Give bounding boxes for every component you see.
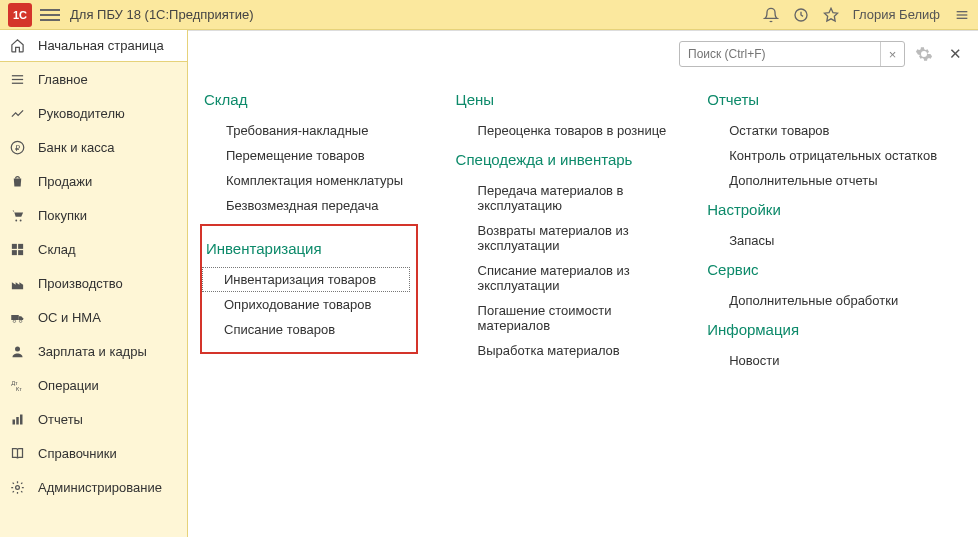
svg-point-17 xyxy=(13,320,16,323)
boxes-icon xyxy=(10,242,28,257)
sidebar-item-6[interactable]: Производство xyxy=(0,266,187,300)
svg-marker-1 xyxy=(824,8,837,21)
logo-1c: 1C xyxy=(8,3,32,27)
main-area: × ✕ СкладТребования-накладныеПеремещение… xyxy=(188,30,978,537)
section-title[interactable]: Настройки xyxy=(707,201,962,218)
menu-link[interactable]: Списание товаров xyxy=(202,317,410,342)
bag-icon xyxy=(10,174,28,189)
bars-icon xyxy=(10,412,28,427)
history-icon[interactable] xyxy=(793,7,809,23)
svg-point-25 xyxy=(16,485,20,489)
section-title[interactable]: Отчеты xyxy=(707,91,962,108)
section-title[interactable]: Склад xyxy=(204,91,436,108)
svg-rect-22 xyxy=(13,419,16,424)
section-title[interactable]: Информация xyxy=(707,321,962,338)
sidebar-item-label: Справочники xyxy=(38,446,117,461)
sidebar-item-0[interactable]: Главное xyxy=(0,62,187,96)
menu-link[interactable]: Возвраты материалов из эксплуатации xyxy=(456,218,688,258)
sidebar-item-label: Склад xyxy=(38,242,76,257)
topbar: × ✕ xyxy=(188,31,978,73)
svg-rect-24 xyxy=(20,414,23,424)
search-clear-button[interactable]: × xyxy=(880,42,904,66)
titlebar: 1C Для ПБУ 18 (1С:Предприятие) Глория Бе… xyxy=(0,0,978,30)
highlighted-section: ИнвентаризацияИнвентаризация товаровОпри… xyxy=(200,224,418,354)
sidebar-item-label: Покупки xyxy=(38,208,87,223)
sidebar-item-12[interactable]: Администрирование xyxy=(0,470,187,504)
svg-text:Дт: Дт xyxy=(11,380,18,386)
sidebar-item-7[interactable]: ОС и НМА xyxy=(0,300,187,334)
column-col3: ОтчетыОстатки товаровКонтроль отрицатель… xyxy=(707,83,962,373)
menu-toggle[interactable] xyxy=(40,6,60,24)
menu-link[interactable]: Дополнительные отчеты xyxy=(707,168,962,193)
section-title[interactable]: Сервис xyxy=(707,261,962,278)
gear-icon[interactable] xyxy=(915,45,933,63)
menu-link[interactable]: Оприходование товаров xyxy=(202,292,410,317)
column-col1: СкладТребования-накладныеПеремещение тов… xyxy=(204,83,436,373)
sidebar-item-label: Руководителю xyxy=(38,106,125,121)
sidebar-item-label: Отчеты xyxy=(38,412,83,427)
svg-point-18 xyxy=(19,320,22,323)
menu-link[interactable]: Инвентаризация товаров xyxy=(202,267,410,292)
menu-link[interactable]: Безвозмездная передача xyxy=(204,193,436,218)
factory-icon xyxy=(10,276,28,291)
sidebar-item-label: Главное xyxy=(38,72,88,87)
person-icon xyxy=(10,344,28,359)
menu-link[interactable]: Переоценка товаров в рознице xyxy=(456,118,688,143)
search-box: × xyxy=(679,41,905,67)
bell-icon[interactable] xyxy=(763,7,779,23)
search-input[interactable] xyxy=(680,47,880,61)
section-title[interactable]: Цены xyxy=(456,91,688,108)
sidebar-item-9[interactable]: ДтКтОперации xyxy=(0,368,187,402)
svg-rect-13 xyxy=(18,243,23,248)
sidebar-item-10[interactable]: Отчеты xyxy=(0,402,187,436)
sidebar-item-label: Банк и касса xyxy=(38,140,115,155)
menu-link[interactable]: Дополнительные обработки xyxy=(707,288,962,313)
cart-icon xyxy=(10,208,28,223)
sidebar-home-label: Начальная страница xyxy=(38,38,164,53)
sidebar-item-label: Зарплата и кадры xyxy=(38,344,147,359)
sidebar-item-2[interactable]: ₽Банк и касса xyxy=(0,130,187,164)
section-title[interactable]: Инвентаризация xyxy=(206,240,410,257)
menu-link[interactable]: Списание материалов из эксплуатации xyxy=(456,258,688,298)
sidebar-item-8[interactable]: Зарплата и кадры xyxy=(0,334,187,368)
username-label[interactable]: Глория Белиф xyxy=(853,7,940,22)
menu-link[interactable]: Запасы xyxy=(707,228,962,253)
menu-link[interactable]: Новости xyxy=(707,348,962,373)
svg-point-10 xyxy=(15,219,17,221)
menu-link[interactable]: Комплектация номенклатуры xyxy=(204,168,436,193)
options-icon[interactable] xyxy=(954,7,970,23)
window-title: Для ПБУ 18 (1С:Предприятие) xyxy=(70,7,763,22)
svg-text:₽: ₽ xyxy=(15,143,20,152)
chart-icon xyxy=(10,106,28,121)
sidebar: Начальная страница ГлавноеРуководителю₽Б… xyxy=(0,30,188,537)
menu-link[interactable]: Выработка материалов xyxy=(456,338,688,363)
sidebar-item-label: Производство xyxy=(38,276,123,291)
truck-icon xyxy=(10,310,28,325)
svg-rect-14 xyxy=(12,250,17,255)
sidebar-item-label: ОС и НМА xyxy=(38,310,101,325)
sidebar-item-5[interactable]: Склад xyxy=(0,232,187,266)
home-icon xyxy=(10,38,28,53)
menu-link[interactable]: Передача материалов в эксплуатацию xyxy=(456,178,688,218)
sidebar-item-label: Администрирование xyxy=(38,480,162,495)
menu-link[interactable]: Требования-накладные xyxy=(204,118,436,143)
menu-icon xyxy=(10,72,28,87)
sidebar-item-11[interactable]: Справочники xyxy=(0,436,187,470)
svg-rect-12 xyxy=(12,243,17,248)
sidebar-item-3[interactable]: Продажи xyxy=(0,164,187,198)
menu-link[interactable]: Перемещение товаров xyxy=(204,143,436,168)
star-icon[interactable] xyxy=(823,7,839,23)
svg-point-19 xyxy=(15,346,20,351)
close-button[interactable]: ✕ xyxy=(949,45,962,63)
section-title[interactable]: Спецодежда и инвентарь xyxy=(456,151,688,168)
sidebar-item-label: Операции xyxy=(38,378,99,393)
menu-link[interactable]: Контроль отрицательных остатков xyxy=(707,143,962,168)
menu-link[interactable]: Остатки товаров xyxy=(707,118,962,143)
sidebar-home[interactable]: Начальная страница xyxy=(0,30,187,62)
svg-rect-16 xyxy=(11,315,19,320)
book-icon xyxy=(10,446,28,461)
sidebar-item-4[interactable]: Покупки xyxy=(0,198,187,232)
svg-text:Кт: Кт xyxy=(16,386,22,392)
menu-link[interactable]: Погашение стоимости материалов xyxy=(456,298,688,338)
sidebar-item-1[interactable]: Руководителю xyxy=(0,96,187,130)
